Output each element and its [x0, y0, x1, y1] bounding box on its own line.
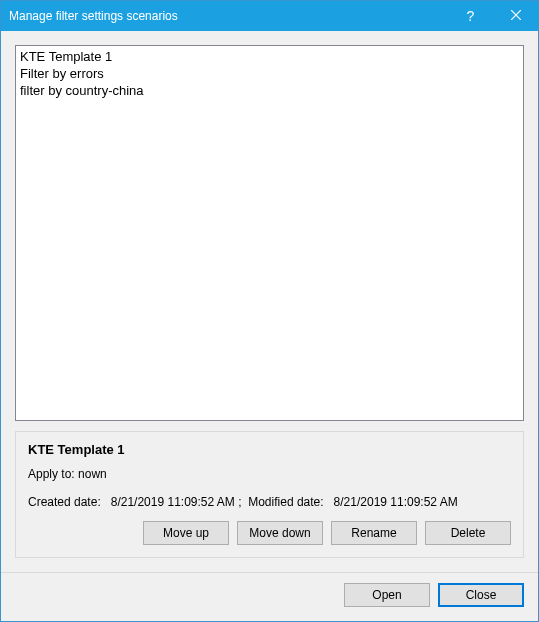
window-title: Manage filter settings scenarios — [9, 9, 448, 23]
apply-to-label: Apply to: — [28, 467, 75, 481]
apply-to-row: Apply to: nown — [28, 467, 511, 481]
scenario-action-buttons: Move up Move down Rename Delete — [28, 521, 511, 545]
created-date-value: 8/21/2019 11:09:52 AM — [111, 495, 235, 509]
close-icon — [511, 9, 521, 23]
selected-scenario-name: KTE Template 1 — [28, 442, 511, 457]
modified-date-value: 8/21/2019 11:09:52 AM — [334, 495, 458, 509]
dialog-content: KTE Template 1 Filter by errors filter b… — [1, 31, 538, 572]
close-window-button[interactable] — [493, 1, 538, 31]
created-date-label: Created date: — [28, 495, 101, 509]
move-up-button[interactable]: Move up — [143, 521, 229, 545]
move-down-button[interactable]: Move down — [237, 521, 323, 545]
dates-row: Created date: 8/21/2019 11:09:52 AM ; Mo… — [28, 495, 511, 509]
titlebar: Manage filter settings scenarios ? — [1, 1, 538, 31]
list-item[interactable]: KTE Template 1 — [20, 48, 519, 65]
list-item[interactable]: filter by country-china — [20, 82, 519, 99]
delete-button[interactable]: Delete — [425, 521, 511, 545]
help-button[interactable]: ? — [448, 1, 493, 31]
list-item[interactable]: Filter by errors — [20, 65, 519, 82]
rename-button[interactable]: Rename — [331, 521, 417, 545]
details-panel: KTE Template 1 Apply to: nown Created da… — [15, 431, 524, 558]
help-icon: ? — [467, 8, 475, 24]
apply-to-value: nown — [78, 467, 107, 481]
close-button[interactable]: Close — [438, 583, 524, 607]
open-button[interactable]: Open — [344, 583, 430, 607]
dialog-window: Manage filter settings scenarios ? KTE T… — [0, 0, 539, 622]
dialog-bottom-bar: Open Close — [1, 572, 538, 621]
modified-date-label: Modified date: — [248, 495, 323, 509]
scenarios-listbox[interactable]: KTE Template 1 Filter by errors filter b… — [15, 45, 524, 421]
